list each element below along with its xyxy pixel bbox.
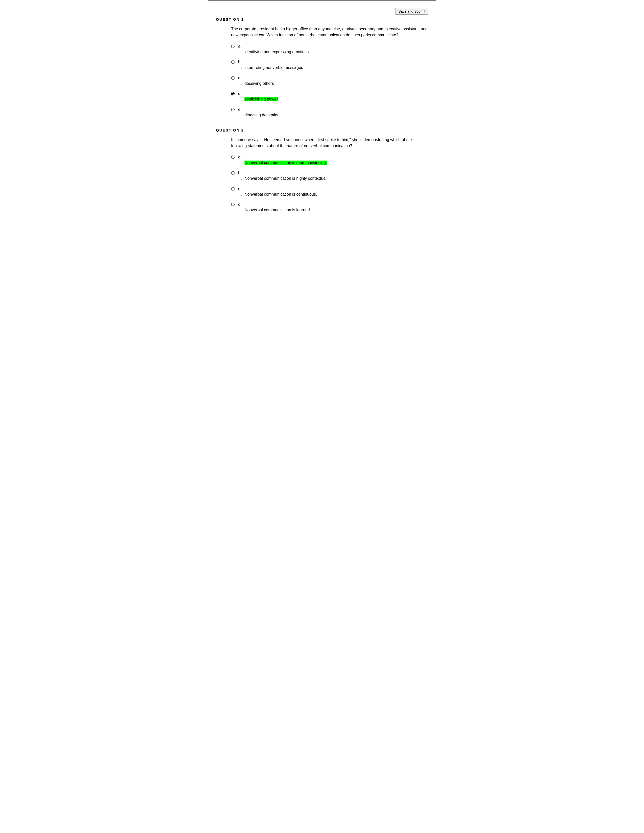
question-label-1: QUESTION 1 bbox=[216, 17, 428, 21]
top-border bbox=[208, 0, 436, 0]
option-content-2-3: c. Nonverbal communication is continuous… bbox=[238, 187, 317, 197]
option-text-2-2: . Nonverbal communication is highly cont… bbox=[241, 176, 328, 181]
save-submit-button[interactable]: Save and Submit bbox=[396, 8, 428, 14]
option-text-1-4: . establishing power bbox=[241, 96, 278, 102]
radio-circle-1-2[interactable] bbox=[231, 60, 235, 64]
question-text-1: The corporate president has a bigger off… bbox=[231, 26, 428, 38]
option-letter-1-2: b bbox=[238, 60, 303, 64]
option-dot-1-3: . bbox=[241, 81, 243, 85]
option-dot-2-4: . bbox=[241, 208, 243, 212]
radio-circle-2-1[interactable] bbox=[231, 156, 235, 159]
radio-circle-1-1[interactable] bbox=[231, 45, 235, 48]
option-letter-1-1: a bbox=[238, 44, 309, 49]
radio-circle-2-2[interactable] bbox=[231, 171, 235, 175]
option-text-1-2: . interpreting nonverbal messages bbox=[241, 65, 303, 71]
radio-col-2-2 bbox=[231, 170, 238, 176]
option-dot-1-5: . bbox=[241, 113, 243, 117]
option-content-2-4: d. Nonverbal communication is learned bbox=[238, 202, 310, 213]
radio-col-2-1 bbox=[231, 155, 238, 160]
option-item-1-1[interactable]: a. identifying and expressing emotions bbox=[231, 44, 428, 55]
option-content-1-1: a. identifying and expressing emotions bbox=[238, 44, 309, 55]
question-text-2: If someone says, "He seemed so honest wh… bbox=[231, 137, 428, 149]
option-text-2-3: . Nonverbal communication is continuous. bbox=[241, 191, 317, 197]
option-text-1-1: . identifying and expressing emotions bbox=[241, 49, 309, 55]
option-dot-1-1: . bbox=[241, 50, 243, 54]
option-item-2-2[interactable]: b. Nonverbal communication is highly con… bbox=[231, 170, 428, 181]
option-content-1-4: d. establishing power bbox=[238, 92, 278, 102]
option-item-1-5[interactable]: e. detecting deception bbox=[231, 107, 428, 118]
option-item-2-3[interactable]: c. Nonverbal communication is continuous… bbox=[231, 187, 428, 197]
option-content-1-2: b. interpreting nonverbal messages bbox=[238, 60, 303, 71]
option-text-1-5: . detecting deception bbox=[241, 113, 280, 118]
option-letter-2-1: a bbox=[238, 155, 327, 159]
option-item-2-4[interactable]: d. Nonverbal communication is learned bbox=[231, 202, 428, 213]
option-dot-2-1: . bbox=[241, 161, 243, 165]
option-letter-1-3: c bbox=[238, 76, 274, 80]
option-text-2-4: . Nonverbal communication is learned bbox=[241, 207, 310, 213]
option-item-2-1[interactable]: a. Nonverbal communication is more convi… bbox=[231, 155, 428, 166]
radio-circle-1-4[interactable] bbox=[231, 92, 235, 95]
option-text-1-3: . deceiving others bbox=[241, 81, 274, 86]
question-block-1: QUESTION 1The corporate president has a … bbox=[208, 17, 436, 118]
radio-col-1-3 bbox=[231, 76, 238, 81]
options-list-2: a. Nonverbal communication is more convi… bbox=[231, 155, 428, 213]
question-block-2: QUESTION 2If someone says, "He seemed so… bbox=[208, 128, 436, 213]
option-content-2-1: a. Nonverbal communication is more convi… bbox=[238, 155, 327, 166]
options-list-1: a. identifying and expressing emotionsb.… bbox=[231, 44, 428, 118]
radio-col-1-1 bbox=[231, 44, 238, 49]
option-dot-2-3: . bbox=[241, 192, 243, 196]
option-item-1-2[interactable]: b. interpreting nonverbal messages bbox=[231, 60, 428, 71]
radio-circle-2-3[interactable] bbox=[231, 187, 235, 191]
radio-circle-1-3[interactable] bbox=[231, 76, 235, 80]
radio-col-1-4 bbox=[231, 92, 238, 96]
header-bar: Save and Submit bbox=[208, 6, 436, 17]
option-content-1-5: e. detecting deception bbox=[238, 107, 280, 118]
option-letter-2-4: d bbox=[238, 202, 310, 207]
radio-circle-1-5[interactable] bbox=[231, 108, 235, 111]
questions-container: QUESTION 1The corporate president has a … bbox=[208, 17, 436, 213]
option-item-1-3[interactable]: c. deceiving others bbox=[231, 76, 428, 86]
option-highlight-2-1: Nonverbal communication is more convinci… bbox=[245, 161, 327, 165]
radio-col-2-4 bbox=[231, 202, 238, 207]
option-dot-2-2: . bbox=[241, 176, 243, 180]
option-letter-1-4: d bbox=[238, 92, 278, 96]
radio-col-1-2 bbox=[231, 60, 238, 65]
option-letter-1-5: e bbox=[238, 107, 280, 112]
option-highlight-1-4: establishing power bbox=[245, 97, 278, 101]
option-content-2-2: b. Nonverbal communication is highly con… bbox=[238, 170, 328, 181]
question-label-2: QUESTION 2 bbox=[216, 128, 428, 132]
option-text-2-1: . Nonverbal communication is more convin… bbox=[241, 160, 327, 166]
radio-circle-2-4[interactable] bbox=[231, 203, 235, 206]
radio-col-1-5 bbox=[231, 107, 238, 113]
option-item-1-4[interactable]: d. establishing power bbox=[231, 92, 428, 102]
option-letter-2-3: c bbox=[238, 187, 317, 191]
option-content-1-3: c. deceiving others bbox=[238, 76, 274, 86]
option-dot-1-2: . bbox=[241, 65, 243, 70]
option-letter-2-2: b bbox=[238, 170, 328, 175]
option-dot-1-4: . bbox=[241, 97, 243, 101]
radio-col-2-3 bbox=[231, 187, 238, 191]
